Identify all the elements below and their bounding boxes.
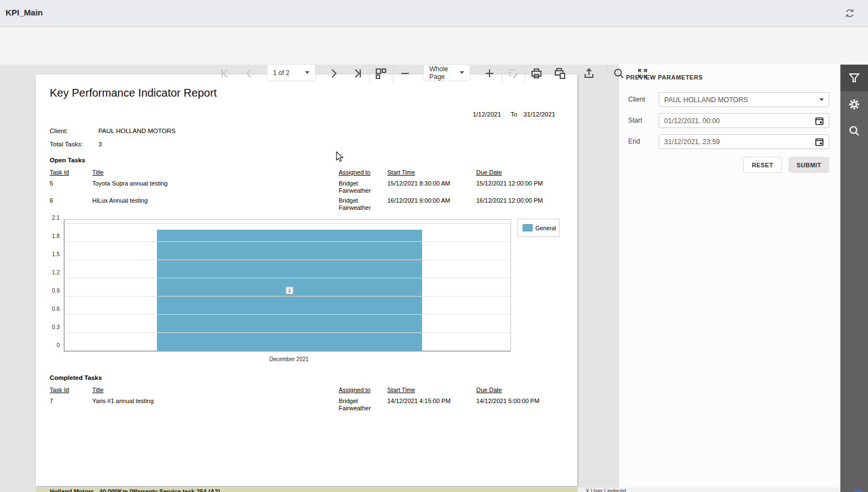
column-header: Title (92, 169, 335, 176)
gear-icon (848, 98, 861, 111)
window-title: KPI_Main (6, 8, 43, 17)
start-param-value: 01/12/2021, 00:00 (664, 117, 720, 125)
search-icon (848, 124, 861, 137)
toolbar-separator (607, 64, 607, 83)
chart-legend: General (517, 219, 560, 237)
chart-y-tick-label: 0.9 (43, 288, 60, 294)
clipped-row-right-text: X User Lindquist (578, 488, 840, 492)
right-icon-sidebar (840, 65, 868, 492)
column-header: Start Time (387, 387, 475, 394)
table-cell: 16/12/2021 9:00:00 AM (387, 197, 475, 204)
edit-document-button[interactable] (506, 66, 520, 81)
print-button[interactable] (529, 66, 544, 81)
chart-gridline (64, 241, 511, 242)
start-param-input[interactable]: 01/12/2021, 00:00 (659, 113, 829, 128)
zoom-out-button[interactable] (398, 66, 412, 81)
table-cell: 5 (50, 180, 88, 187)
open-tasks-table: Task IdTitleAssigned toStart TimeDue Dat… (50, 169, 564, 214)
client-label: Client: (50, 128, 68, 134)
chart-bar-december-2021[interactable]: 2 (157, 230, 422, 351)
multipage-view-button[interactable] (373, 66, 388, 81)
date-to-label: To (511, 111, 517, 118)
chart-gridline (64, 223, 511, 224)
client-value: PAUL HOLLAND MOTORS (98, 128, 176, 134)
chart-point-label: 2 (286, 287, 293, 294)
client-param-value: PAUL HOLLAND MOTORS (664, 96, 748, 104)
sidebar-item-parameters[interactable] (840, 65, 868, 91)
column-header: Task Id (50, 169, 88, 176)
client-row: Client: PAUL HOLLAND MOTORS (50, 128, 68, 134)
table-cell: 16/12/2021 12:00:00 PM (476, 197, 564, 204)
sidebar-item-search[interactable] (840, 118, 868, 144)
total-tasks-label: Total Tasks: (50, 141, 83, 147)
table-cell: Toyota Supra annual testing (92, 180, 335, 187)
table-cell: Bridget Fairweather (339, 197, 384, 211)
end-param-label: End (628, 137, 640, 145)
calendar-icon[interactable] (815, 117, 824, 125)
column-header: Assigned to (339, 387, 384, 394)
reset-button[interactable]: RESET (743, 157, 782, 173)
last-page-button[interactable] (350, 66, 364, 81)
completed-tasks-table: Task IdTitleAssigned toStart TimeDue Dat… (50, 387, 564, 415)
chart-y-tick-label: 1.8 (43, 233, 60, 239)
legend-label: General (535, 225, 556, 231)
report-date-range: 1/12/2021 To 31/12/2021 (465, 111, 555, 118)
zoom-level-combobox[interactable]: Whole Page (423, 64, 470, 81)
refresh-icon[interactable] (844, 8, 855, 19)
viewer-toolbar: 1 of 2 Whole Page (0, 27, 868, 65)
column-header: Due Date (476, 387, 564, 394)
end-param-input[interactable]: 31/12/2021, 23:59 (659, 134, 829, 149)
clipped-row-accent (854, 490, 862, 492)
page-selector-combobox[interactable]: 1 of 2 (267, 64, 315, 81)
export-button[interactable] (578, 66, 600, 81)
date-from: 1/12/2021 (473, 111, 501, 118)
table-cell: Bridget Fairweather (339, 180, 384, 194)
column-header: Assigned to (339, 169, 384, 176)
table-header-row: Task IdTitleAssigned toStart TimeDue Dat… (50, 387, 564, 398)
chart-y-tick-label: 0.3 (43, 324, 60, 330)
chart-gridline (64, 296, 511, 297)
total-tasks-value: 3 (98, 141, 102, 147)
previous-page-button[interactable] (242, 66, 256, 81)
open-tasks-heading: Open Tasks (50, 157, 85, 163)
search-button[interactable] (612, 66, 626, 81)
first-page-button[interactable] (218, 66, 233, 81)
table-cell: 14/12/2021 4:15:00 PM (387, 398, 475, 405)
toolbar-separator (525, 64, 525, 83)
table-cell: HiLux Annual testing (92, 197, 335, 204)
chevron-down-icon (819, 98, 824, 101)
sidebar-item-settings[interactable] (840, 91, 868, 118)
toolbar-separator (502, 64, 502, 83)
table-cell: 14/12/2021 5:00:00 PM (476, 398, 564, 405)
fullscreen-button[interactable] (635, 66, 650, 81)
submit-button[interactable]: SUBMIT (788, 157, 829, 173)
table-cell: 7 (50, 398, 88, 405)
client-param-label: Client (628, 96, 645, 103)
start-param-label: Start (628, 117, 642, 124)
column-header: Task Id (50, 387, 88, 394)
column-header: Start Time (387, 169, 475, 176)
toolbar-separator (393, 64, 393, 83)
chart-y-tick-label: 1.2 (43, 269, 60, 276)
print-page-button[interactable] (553, 66, 567, 81)
column-header: Due Date (476, 169, 564, 176)
table-row: 5Toyota Supra annual testingBridget Fair… (50, 180, 564, 197)
table-cell: 15/12/2021 8:30:00 AM (387, 180, 475, 187)
chart-gridline (64, 332, 511, 333)
table-cell: Bridget Fairweather (339, 398, 384, 412)
chart-x-category-label: December 2021 (256, 356, 322, 362)
table-row: 7Yaris #1 annual testingBridget Fairweat… (50, 398, 564, 415)
table-cell: 15/12/2021 12:00:00 PM (476, 180, 564, 187)
next-page-button[interactable] (327, 66, 341, 81)
chart-gridline (64, 278, 511, 278)
chevron-down-icon (460, 71, 464, 74)
chart-y-tick-label: 2.1 (43, 215, 60, 221)
chart-y-axis (64, 220, 65, 351)
clipped-bottom-row: Holland Motors - 40,000Km (Warranty Serv… (0, 488, 868, 492)
zoom-level-value: Whole Page (429, 65, 460, 81)
calendar-icon[interactable] (815, 137, 824, 146)
chart-gridline (64, 260, 511, 260)
client-param-dropdown[interactable]: PAUL HOLLAND MOTORS (659, 92, 829, 107)
chevron-down-icon (305, 71, 309, 74)
zoom-in-button[interactable] (482, 66, 497, 81)
